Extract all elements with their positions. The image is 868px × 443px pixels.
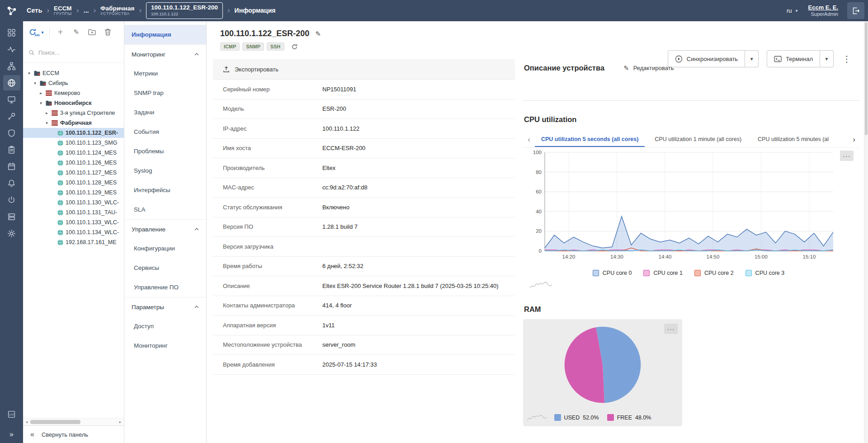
availability-badges-row: ICMPSNMPSSH	[207, 38, 868, 51]
expand-panel-button[interactable]: »	[0, 425, 23, 443]
menu-item[interactable]: Конфигурации	[124, 239, 206, 258]
scrollbar-track[interactable]	[30, 419, 117, 425]
user-menu[interactable]: Eccm E. E. SuperAdmin	[808, 4, 838, 18]
tree-search-input[interactable]	[38, 49, 118, 56]
collapse-panel-bar[interactable]: « Свернуть панель	[23, 425, 124, 443]
tree-collapse-icon[interactable]: ▾	[27, 71, 32, 75]
scroll-right-icon[interactable]: ►	[117, 420, 124, 424]
tree-node-device[interactable]: 100.110.1.123_SMG	[23, 138, 124, 148]
logout-button[interactable]	[847, 2, 864, 19]
rail-monitoring-button[interactable]	[3, 42, 20, 57]
chevrons-left-icon[interactable]: «	[30, 430, 34, 438]
menu-item[interactable]: Мониторинг	[124, 336, 206, 355]
menu-item[interactable]: Информация	[124, 25, 206, 44]
export-button[interactable]: Экспортировать	[213, 59, 515, 80]
tree-node-folder[interactable]: ▾Сибирь	[23, 78, 124, 88]
page-scrollbar-thumb[interactable]	[865, 22, 868, 135]
rail-power-button[interactable]	[3, 192, 20, 207]
menu-item[interactable]: Доступ	[124, 316, 206, 336]
tree-node-group[interactable]: ▸Кемерово	[23, 88, 124, 98]
tree-node-device[interactable]: 100.110.1.124_MES	[23, 148, 124, 158]
scroll-left-icon[interactable]: ◄	[23, 420, 30, 424]
menu-item[interactable]: Интерфейсы	[124, 180, 206, 200]
cpu-tab[interactable]: CPU utilization 5 minutes (al	[751, 132, 835, 147]
delete-node-button[interactable]	[103, 27, 113, 38]
menu-section[interactable]: Параметры	[124, 297, 206, 316]
rail-calendar-button[interactable]	[3, 159, 20, 174]
scrollbar-thumb[interactable]	[30, 420, 80, 424]
rail-topology-button[interactable]	[3, 58, 20, 74]
eccm-logo[interactable]	[0, 0, 23, 21]
rail-tools-button[interactable]	[3, 108, 20, 124]
tree-expand-icon[interactable]: ▸	[38, 91, 43, 95]
tree-collapse-icon[interactable]: ▾	[33, 81, 38, 85]
cpu-legend-item[interactable]: CPU core 1	[643, 270, 683, 276]
cpu-chart-navigator-sparkline[interactable]	[529, 280, 553, 291]
breadcrumb-network[interactable]: Сеть	[27, 7, 42, 14]
tabs-scroll-left-icon[interactable]: ‹	[523, 135, 535, 144]
edit-title-icon[interactable]: ✎	[315, 30, 321, 38]
cpu-legend-item[interactable]: CPU core 2	[694, 270, 734, 276]
tree-node-folder[interactable]: ▾Новосибирск	[23, 98, 124, 108]
tree-node-group[interactable]: ▾Фабричная	[23, 118, 124, 128]
rail-log-button[interactable]: LOG	[3, 406, 20, 422]
menu-item[interactable]: Задачи	[124, 103, 206, 122]
rail-settings-button[interactable]	[3, 226, 20, 241]
breadcrumb-device-group[interactable]: Фабричная УСТРОЙСТВА	[100, 5, 134, 16]
cpu-legend-item[interactable]: CPU core 0	[593, 270, 632, 276]
menu-item[interactable]: Сервисы	[124, 258, 206, 278]
tree-node-device[interactable]: 100.110.1.130_WLC-	[23, 198, 124, 207]
add-group-button[interactable]	[87, 27, 98, 38]
tree-node-device[interactable]: 100.110.1.131_TAU-	[23, 207, 124, 217]
rail-network-button[interactable]	[3, 75, 20, 90]
menu-item[interactable]: События	[124, 122, 206, 141]
rail-screens-button[interactable]	[3, 92, 20, 107]
menu-item[interactable]: SNMP trap	[124, 83, 206, 103]
tabs-scroll-right-icon[interactable]: ›	[848, 135, 860, 144]
tree-node-device[interactable]: 100.110.1.128_MES	[23, 178, 124, 188]
refresh-status-button[interactable]	[291, 43, 298, 50]
tree-node-device[interactable]: 100.110.1.129_MES	[23, 188, 124, 198]
menu-section[interactable]: Управление	[124, 219, 206, 239]
tree-node-device[interactable]: 100.110.1.126_MES	[23, 158, 124, 168]
add-device-button[interactable]: +	[55, 27, 66, 38]
tree-node-group[interactable]: ▸3-я улица Строителе	[23, 108, 124, 118]
tree-node-device[interactable]: 100.110.1.133_WLC-	[23, 217, 124, 227]
ram-legend-item[interactable]: USED52.0%	[554, 414, 599, 421]
cpu-tab[interactable]: CPU utilization 1 minute (all cores)	[648, 132, 748, 147]
breadcrumb-current-device[interactable]: 100.110.1.122_ESR-200 100.110.1.122	[146, 2, 223, 19]
menu-item[interactable]: Проблемы	[124, 141, 206, 161]
page-scrollbar[interactable]	[864, 21, 868, 443]
tree-node-device[interactable]: 100.110.1.122_ESR-	[23, 128, 124, 138]
rail-security-button[interactable]	[3, 125, 20, 141]
rail-archive-button[interactable]	[3, 209, 20, 224]
breadcrumb-ellipsis[interactable]: ...	[84, 7, 89, 14]
breadcrumb-groups[interactable]: ЕССМ ГРУППЫ	[54, 5, 72, 16]
cpu-chart-menu-button[interactable]: ···	[840, 151, 854, 161]
tree-node-folder[interactable]: ▾ECCM	[23, 68, 124, 78]
edit-description-button[interactable]: ✎ Редактировать	[623, 64, 674, 72]
menu-item[interactable]: Syslog	[124, 161, 206, 180]
cpu-legend-item[interactable]: CPU core 3	[745, 270, 785, 276]
rail-notifications-button[interactable]	[3, 175, 20, 191]
tree-sync-button[interactable]: 1m	[28, 28, 40, 36]
edit-node-button[interactable]: ✎	[71, 27, 82, 38]
tree-collapse-icon[interactable]: ▾	[44, 121, 49, 125]
tree-node-device[interactable]: 100.110.1.134_WLC-	[23, 227, 124, 237]
menu-item[interactable]: Управление ПО	[124, 278, 206, 297]
tree-node-device[interactable]: 100.110.1.127_MES	[23, 168, 124, 178]
ram-legend-item[interactable]: FREE48.0%	[607, 414, 651, 421]
cpu-tab[interactable]: CPU utilization 5 seconds (all cores)	[535, 132, 645, 147]
ram-chart-menu-button[interactable]: ···	[664, 324, 678, 334]
tree-node-device[interactable]: 192.168.17.161_ME	[23, 237, 124, 247]
menu-item[interactable]: Метрики	[124, 64, 206, 83]
menu-item[interactable]: SLA	[124, 200, 206, 219]
tree-expand-icon[interactable]: ▸	[44, 111, 49, 115]
rail-tasks-button[interactable]	[3, 142, 20, 157]
ram-chart-navigator-sparkline[interactable]	[527, 413, 547, 423]
menu-section[interactable]: Мониторинг	[124, 44, 206, 64]
tree-collapse-icon[interactable]: ▾	[38, 101, 43, 105]
rail-apps-button[interactable]	[3, 25, 20, 40]
tree-sync-caret[interactable]: ▾	[42, 30, 44, 35]
language-selector[interactable]: ru ▾	[787, 7, 799, 14]
